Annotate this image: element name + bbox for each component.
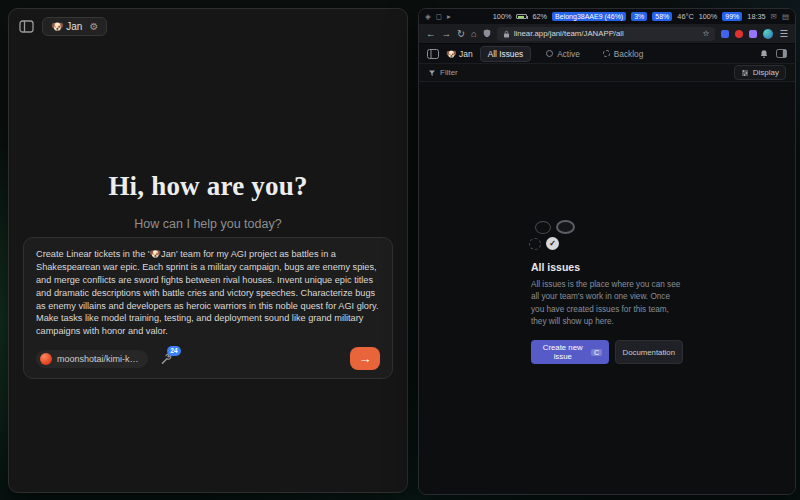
- profile-avatar[interactable]: [763, 29, 773, 39]
- browser-toolbar: ← → ↻ ⌂ linear.app/jani/team/JANAPP/all …: [419, 24, 795, 44]
- side-panel-icon[interactable]: [776, 49, 787, 58]
- composer-toolbar: moonshotai/kimi-k… 24 →: [36, 347, 380, 370]
- chat-composer[interactable]: Create Linear tickets in the '🐶Jan' team…: [23, 237, 393, 379]
- status-badge: 58%: [652, 12, 672, 21]
- tab-all-issues[interactable]: All Issues: [480, 46, 532, 62]
- shortcut-badge: C: [591, 349, 601, 356]
- address-bar[interactable]: linear.app/jani/team/JANAPP/all ☆: [497, 27, 716, 41]
- lock-icon: [503, 30, 510, 38]
- menu-icon[interactable]: ☰: [779, 29, 788, 39]
- display-button[interactable]: Display: [734, 65, 786, 80]
- empty-state-description: All issues is the place where you can se…: [531, 279, 683, 328]
- circle-icon: [546, 50, 553, 57]
- linear-team-label: 🐶 Jan: [446, 49, 473, 59]
- filter-label: Filter: [440, 68, 458, 77]
- extension-icon[interactable]: [735, 30, 743, 38]
- display-label: Display: [753, 68, 779, 77]
- apps-icon[interactable]: ▤: [782, 12, 789, 21]
- extension-icon[interactable]: [749, 30, 757, 38]
- tab-label: Active: [557, 49, 580, 59]
- empty-state: ✓ All issues All issues is the place whe…: [531, 220, 683, 364]
- model-name: moonshotai/kimi-k…: [57, 354, 139, 364]
- bookmark-icon[interactable]: ☆: [702, 29, 709, 38]
- cpu-temp: 46°C: [677, 12, 693, 21]
- linear-header: 🐶 Jan All Issues Active Backlog: [419, 44, 795, 64]
- send-arrow-icon: →: [359, 351, 372, 366]
- in-progress-circle-icon: [556, 220, 575, 234]
- greeting-title: Hi, how are you?: [9, 171, 407, 202]
- status-badge: 3%: [631, 12, 647, 21]
- team-selector[interactable]: 🐶 Jan ⚙: [42, 17, 107, 36]
- done-check-icon: ✓: [546, 237, 559, 250]
- bell-icon[interactable]: [759, 49, 769, 59]
- jan-topbar: 🐶 Jan ⚙: [9, 9, 407, 44]
- url-text: linear.app/jani/team/JANAPP/all: [514, 29, 699, 38]
- model-selector[interactable]: moonshotai/kimi-k…: [36, 350, 148, 368]
- forward-icon[interactable]: →: [442, 29, 452, 39]
- volume-level: 100%: [493, 12, 512, 21]
- status-value: 100%: [699, 12, 718, 21]
- battery-icon: [516, 14, 527, 19]
- battery-level: 62%: [532, 12, 547, 21]
- linear-content: ✓ All issues All issues is the place whe…: [419, 82, 795, 494]
- status-badge: 99%: [722, 12, 742, 21]
- send-button[interactable]: →: [350, 347, 380, 370]
- workspace-icon[interactable]: ◈: [425, 12, 431, 21]
- workspace-icon[interactable]: ◻: [436, 12, 442, 21]
- greeting-block: Hi, how are you? How can I help you toda…: [9, 171, 407, 231]
- backlog-circle-icon: [529, 238, 541, 250]
- create-issue-label: Create new issue: [538, 343, 587, 361]
- todo-circle-icon: [535, 221, 551, 234]
- sidebar-toggle-icon[interactable]: [19, 20, 34, 33]
- reload-icon[interactable]: ↻: [457, 29, 465, 39]
- empty-state-title: All issues: [531, 261, 683, 273]
- jan-app-window: 🐶 Jan ⚙ Hi, how are you? How can I help …: [8, 8, 408, 493]
- create-new-issue-button[interactable]: Create new issue C: [531, 340, 609, 364]
- shield-icon[interactable]: [483, 29, 491, 38]
- issues-illustration: ✓: [535, 220, 683, 250]
- filter-button[interactable]: Filter: [428, 68, 458, 77]
- tools-button[interactable]: 24: [160, 353, 172, 365]
- gear-icon[interactable]: ⚙: [89, 21, 98, 32]
- wifi-network-badge: Belong38AAE9 (46%): [552, 12, 626, 21]
- tab-active[interactable]: Active: [538, 46, 588, 62]
- chat-input[interactable]: Create Linear tickets in the '🐶Jan' team…: [36, 248, 380, 338]
- moonshot-logo-icon: [40, 353, 52, 365]
- browser-window: ◈ ◻ ▸ 100% 62% Belong38AAE9 (46%) 3% 58%…: [418, 8, 796, 495]
- workspace-icon[interactable]: ▸: [447, 12, 451, 21]
- dashed-circle-icon: [603, 50, 610, 57]
- empty-state-actions: Create new issue C Documentation: [531, 340, 683, 364]
- clock: 18:35: [747, 12, 765, 21]
- tab-label: Backlog: [614, 49, 644, 59]
- tab-label: All Issues: [488, 49, 524, 59]
- mail-icon[interactable]: ✉: [771, 12, 777, 21]
- extension-icon[interactable]: [721, 30, 729, 38]
- system-statusbar: ◈ ◻ ▸ 100% 62% Belong38AAE9 (46%) 3% 58%…: [419, 9, 795, 24]
- home-icon[interactable]: ⌂: [471, 29, 477, 39]
- tools-count-badge: 24: [167, 346, 180, 357]
- tab-backlog[interactable]: Backlog: [595, 46, 652, 62]
- linear-filterbar: Filter Display: [419, 64, 795, 82]
- back-icon[interactable]: ←: [426, 29, 436, 39]
- greeting-subtitle: How can I help you today?: [9, 217, 407, 231]
- documentation-button[interactable]: Documentation: [615, 340, 683, 364]
- linear-sidebar-toggle-icon[interactable]: [427, 49, 439, 59]
- team-label: 🐶 Jan: [51, 21, 82, 32]
